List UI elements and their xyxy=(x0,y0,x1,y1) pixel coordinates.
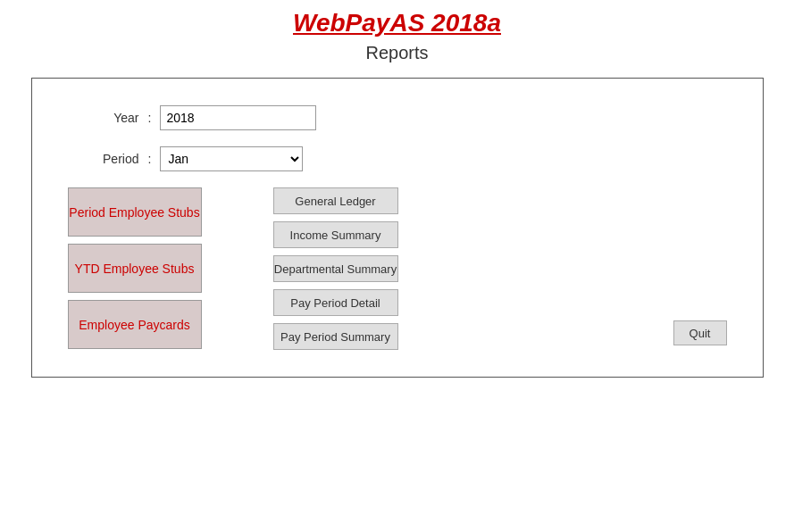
main-panel: Year : Period : Jan Feb Mar Apr May Jun … xyxy=(31,78,764,378)
quit-button[interactable]: Quit xyxy=(673,320,727,345)
income-summary-button[interactable]: Income Summary xyxy=(273,221,398,248)
quit-area: Quit xyxy=(673,187,727,350)
period-employee-stubs-button[interactable]: Period Employee Stubs xyxy=(68,187,202,237)
page-title: Reports xyxy=(365,43,428,63)
pay-period-detail-button[interactable]: Pay Period Detail xyxy=(273,289,398,316)
general-ledger-button[interactable]: General Ledger xyxy=(273,187,398,214)
ytd-employee-stubs-button[interactable]: YTD Employee Stubs xyxy=(68,244,202,293)
departmental-summary-button[interactable]: Departmental Summary xyxy=(273,255,398,282)
year-colon: : xyxy=(148,111,152,125)
period-select[interactable]: Jan Feb Mar Apr May Jun Jul Aug Sep Oct … xyxy=(160,146,303,171)
year-label: Year xyxy=(68,111,139,125)
buttons-area: Period Employee Stubs YTD Employee Stubs… xyxy=(68,187,727,350)
pay-period-summary-button[interactable]: Pay Period Summary xyxy=(273,323,398,350)
app-title: WebPayAS 2018a xyxy=(293,9,501,37)
left-buttons-group: Period Employee Stubs YTD Employee Stubs… xyxy=(68,187,202,350)
right-buttons-group: General Ledger Income Summary Department… xyxy=(273,187,398,350)
year-input[interactable] xyxy=(160,105,316,130)
year-row: Year : xyxy=(68,105,727,130)
period-label: Period xyxy=(68,152,139,166)
period-row: Period : Jan Feb Mar Apr May Jun Jul Aug… xyxy=(68,146,727,171)
employee-paycards-button[interactable]: Employee Paycards xyxy=(68,300,202,349)
period-colon: : xyxy=(148,152,152,166)
